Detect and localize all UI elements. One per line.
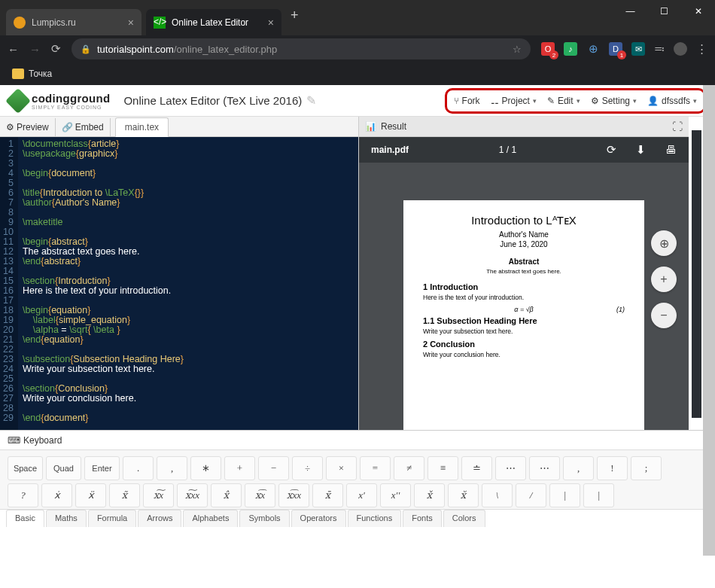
keyboard-key[interactable]: x̆ [448, 483, 479, 507]
setting-menu[interactable]: ⚙Setting▾ [587, 93, 640, 108]
caret-down-icon: ▾ [533, 97, 537, 105]
keyboard-key[interactable]: x͡xx [278, 483, 309, 507]
keyboard-key[interactable]: Quad [46, 456, 81, 480]
profile-avatar[interactable] [674, 42, 687, 56]
keyboard-key[interactable]: x͡x [245, 483, 275, 507]
keyboard-key[interactable]: x̂ [211, 483, 242, 507]
minimize-button[interactable]: — [613, 0, 647, 23]
project-menu[interactable]: ⚋Project▾ [487, 93, 540, 108]
lock-icon: 🔒 [81, 44, 91, 54]
print-icon[interactable]: 🖶 [665, 143, 677, 157]
extension-icon[interactable]: O2 [541, 42, 555, 56]
extension-icon[interactable]: D1 [609, 42, 622, 56]
keyboard-key[interactable]: × [326, 456, 357, 480]
keyboard-key[interactable]: ∗ [190, 456, 221, 480]
logo[interactable]: codingground SIMPLY EASY CODING [9, 92, 110, 110]
user-menu[interactable]: 👤dfssdfs▾ [644, 93, 701, 108]
fit-button[interactable]: ⊕ [651, 230, 677, 256]
keyboard-key[interactable]: x̄ [312, 483, 343, 507]
keyboard-tab[interactable]: Alphabets [183, 510, 238, 527]
extension-icon[interactable]: ⊕ [586, 42, 600, 56]
keyboard-key[interactable]: x′′ [380, 483, 411, 507]
keyboard-key[interactable]: ⋯ [495, 456, 526, 480]
keyboard-key[interactable]: + [224, 456, 255, 480]
keyboard-key[interactable]: ! [597, 456, 628, 480]
keyboard-tab[interactable]: Fonts [403, 510, 442, 527]
keyboard-tab[interactable]: Operators [291, 510, 346, 527]
keyboard-key[interactable]: / [516, 483, 546, 507]
code-content[interactable]: \documentclass{article}\usepackage{graph… [18, 137, 188, 430]
star-icon[interactable]: ☆ [513, 44, 522, 55]
pdf-viewer[interactable]: Introduction to LᴬTᴇX Author's Name June… [359, 163, 689, 430]
file-tab[interactable]: main.tex [115, 117, 169, 137]
keyboard-key[interactable]: ? [8, 483, 38, 507]
zoom-out-button[interactable]: − [651, 303, 677, 328]
close-icon[interactable]: × [128, 17, 134, 29]
keyboard-key[interactable]: ≠ [394, 456, 424, 480]
pdf-body: Write your subsection text here. [423, 328, 625, 335]
keyboard-key[interactable]: x̃ [109, 483, 140, 507]
bookmark-item[interactable]: Точка [29, 69, 52, 79]
keyboard-key[interactable]: , [563, 456, 594, 480]
code-editor[interactable]: 1234567891011121314151617181920212223242… [0, 137, 358, 430]
keyboard-key[interactable]: ẋ [41, 483, 72, 507]
keyboard-tab[interactable]: Colors [443, 510, 485, 527]
pdf-scrollbar[interactable] [692, 130, 701, 418]
edit-menu[interactable]: ✎Edit▾ [543, 93, 584, 108]
browser-tab-2[interactable]: </> Online Latex Editor × [146, 9, 281, 35]
page-scrollbar[interactable] [703, 85, 715, 556]
menu-icon[interactable]: ⋮ [696, 42, 707, 56]
keyboard-key[interactable]: , [157, 456, 187, 480]
keyboard-key[interactable]: ÷ [292, 456, 323, 480]
keyboard-key[interactable]: x͠x [143, 483, 174, 507]
keyboard-key[interactable]: Enter [84, 456, 120, 480]
pdf-page: Introduction to LᴬTᴇX Author's Name June… [403, 200, 644, 430]
fork-button[interactable]: ⑂Fork [450, 93, 484, 108]
keyboard-tab[interactable]: Functions [348, 510, 402, 527]
maximize-button[interactable]: ☐ [647, 0, 681, 23]
keyboard-tab[interactable]: Basic [6, 510, 44, 527]
browser-tab-1[interactable]: Lumpics.ru × [6, 9, 141, 35]
download-icon[interactable]: ⬇ [636, 143, 646, 157]
keyboard-key[interactable]: x̌ [414, 483, 445, 507]
keyboard-key[interactable]: ẍ [75, 483, 106, 507]
keyboard-key[interactable]: ; [631, 456, 662, 480]
reading-list-icon[interactable]: ≕ [654, 43, 665, 55]
keyboard-key[interactable]: ≐ [461, 456, 492, 480]
reload-button[interactable]: ⟳ [51, 42, 61, 56]
embed-button[interactable]: 🔗Embed [56, 118, 111, 136]
url-input[interactable]: 🔒 tutorialspoint.com/online_latex_editor… [72, 38, 531, 59]
extension-icons: O2 ♪ ⊕ D1 ✉ ≕ ⋮ [541, 42, 707, 56]
close-icon[interactable]: × [268, 17, 274, 29]
gears-icon: ⚙ [6, 122, 14, 133]
forward-button[interactable]: → [29, 43, 41, 56]
zoom-in-button[interactable]: + [651, 267, 677, 292]
keyboard-key[interactable]: . [123, 456, 154, 480]
keyboard-key[interactable]: x′ [346, 483, 377, 507]
back-button[interactable]: ← [8, 43, 19, 56]
extension-icon[interactable]: ✉ [631, 42, 645, 56]
keyboard-key[interactable]: Space [8, 456, 43, 480]
keyboard-tab[interactable]: Symbols [239, 510, 289, 527]
fullscreen-icon[interactable]: ⛶ [672, 120, 683, 133]
keyboard-tab[interactable]: Formula [88, 510, 136, 527]
preview-button[interactable]: ⚙Preview [0, 118, 56, 136]
new-tab-button[interactable]: + [291, 8, 299, 23]
edit-title-icon[interactable]: ✎ [306, 93, 316, 108]
keyboard-key[interactable]: \ [482, 483, 513, 507]
pdf-section: 2 Conclusion [423, 340, 625, 349]
keyboard-key[interactable]: x͠xx [177, 483, 208, 507]
keyboard-tab[interactable]: Arrows [138, 510, 181, 527]
keyboard-key[interactable]: = [360, 456, 391, 480]
keyboard-header[interactable]: ⌨ Keyboard [0, 431, 715, 450]
extension-icon[interactable]: ♪ [564, 42, 577, 56]
rotate-icon[interactable]: ⟳ [607, 143, 616, 157]
keyboard-key[interactable]: | [583, 483, 614, 507]
close-button[interactable]: ✕ [681, 0, 715, 23]
keyboard-key[interactable]: | [549, 483, 580, 507]
keyboard-key[interactable]: ⋯ [529, 456, 560, 480]
keyboard-key[interactable]: ≡ [427, 456, 458, 480]
pdf-body: Write your conclusion here. [423, 351, 625, 358]
keyboard-tab[interactable]: Maths [46, 510, 87, 527]
keyboard-key[interactable]: − [258, 456, 289, 480]
